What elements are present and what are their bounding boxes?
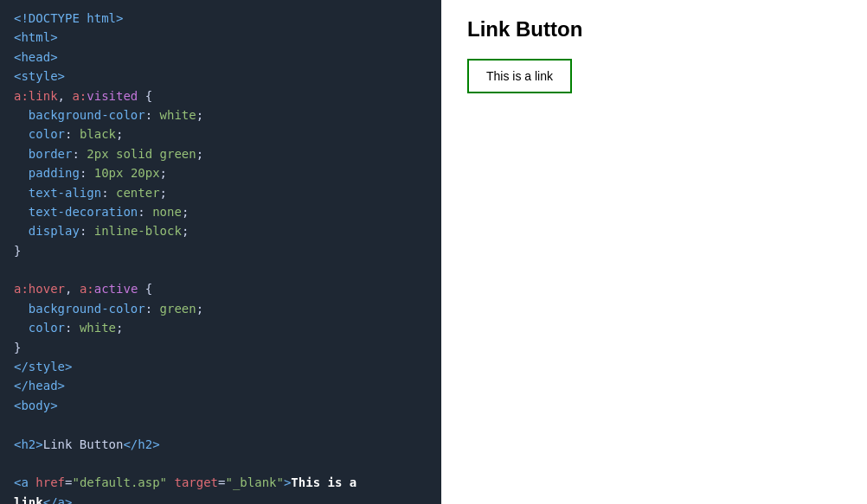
code-line: <head> xyxy=(14,48,427,67)
code-line: background-color: white; xyxy=(14,105,427,124)
code-line: display: inline-block; xyxy=(14,221,427,240)
code-line: </head> xyxy=(14,376,427,395)
code-line: <style> xyxy=(14,67,427,86)
code-line: } xyxy=(14,241,427,260)
code-line: color: white; xyxy=(14,318,427,337)
code-line: <a href="default.asp" target="_blank">Th… xyxy=(14,473,427,492)
code-line: <body> xyxy=(14,396,427,415)
preview-panel: Link Button This is a link xyxy=(441,0,867,504)
code-line: } xyxy=(14,338,427,357)
code-line: <h2>Link Button</h2> xyxy=(14,435,427,454)
code-line: link</a> xyxy=(14,493,427,504)
code-line: color: black; xyxy=(14,124,427,144)
code-line: padding: 10px 20px; xyxy=(14,163,427,182)
link-button[interactable]: This is a link xyxy=(467,59,572,93)
code-editor: <!DOCTYPE html> <html> <head> <style> a:… xyxy=(0,0,441,504)
code-line: border: 2px solid green; xyxy=(14,144,427,163)
code-line: background-color: green; xyxy=(14,299,427,318)
code-line xyxy=(14,454,427,473)
code-line: <html> xyxy=(14,28,427,47)
code-line: </style> xyxy=(14,357,427,376)
code-line: a:link, a:visited { xyxy=(14,86,427,105)
code-line xyxy=(14,260,427,279)
code-line: <!DOCTYPE html> xyxy=(14,9,427,28)
code-line: a:hover, a:active { xyxy=(14,279,427,298)
code-line: text-align: center; xyxy=(14,183,427,202)
code-line xyxy=(14,415,427,434)
code-line: text-decoration: none; xyxy=(14,202,427,221)
preview-title: Link Button xyxy=(467,17,841,41)
